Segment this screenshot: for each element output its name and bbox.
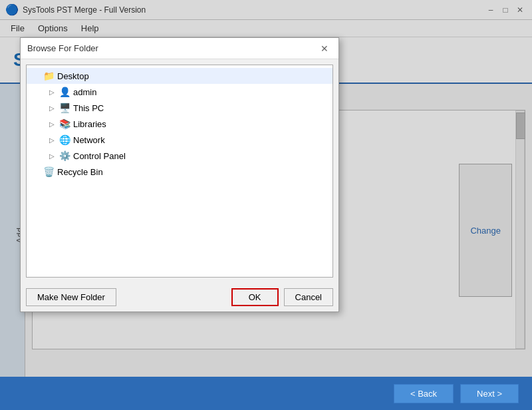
libraries-label: Libraries (73, 119, 106, 129)
tree-item-admin[interactable]: ▷ 👤 admin (27, 84, 332, 100)
dialog-body: 📁 Desktop ▷ 👤 admin ▷ 🖥️ (21, 59, 338, 283)
next-button[interactable]: Next > (460, 384, 519, 403)
back-button[interactable]: < Back (394, 384, 454, 403)
thispc-label: This PC (73, 103, 104, 113)
libraries-icon: 📚 (59, 118, 70, 129)
network-icon: 🌐 (59, 134, 70, 145)
make-new-folder-button[interactable]: Make New Folder (26, 288, 116, 306)
admin-chevron: ▷ (47, 87, 57, 97)
tree-item-controlpanel[interactable]: ▷ ⚙️ Control Panel (27, 148, 332, 164)
dialog-footer: Make New Folder OK Cancel (21, 283, 338, 311)
admin-label: admin (73, 87, 96, 97)
tree-item-recyclebin[interactable]: 🗑️ Recycle Bin (27, 164, 332, 180)
admin-icon: 👤 (59, 87, 70, 97)
recyclebin-label: Recycle Bin (57, 167, 103, 177)
libraries-chevron: ▷ (47, 118, 57, 129)
browse-folder-dialog: Browse For Folder ✕ 📁 Desktop ▷ (20, 37, 339, 312)
folder-tree[interactable]: 📁 Desktop ▷ 👤 admin ▷ 🖥️ (26, 65, 333, 278)
network-chevron: ▷ (47, 134, 57, 145)
network-label: Network (73, 135, 105, 145)
thispc-icon: 🖥️ (59, 102, 70, 113)
tree-item-libraries[interactable]: ▷ 📚 Libraries (27, 116, 332, 132)
app-window: 🔵 SysTools PST Merge - Full Version – □ … (0, 0, 532, 410)
tree-item-desktop[interactable]: 📁 Desktop (27, 68, 332, 84)
tree-item-thispc[interactable]: ▷ 🖥️ This PC (27, 100, 332, 116)
controlpanel-chevron: ▷ (47, 150, 57, 161)
tree-item-network[interactable]: ▷ 🌐 Network (27, 132, 332, 148)
dialog-title-bar: Browse For Folder ✕ (21, 38, 338, 59)
bottom-bar: < Back Next > (0, 377, 532, 410)
thispc-chevron: ▷ (47, 102, 57, 113)
cancel-button[interactable]: Cancel (284, 288, 333, 306)
desktop-chevron (31, 71, 41, 81)
recyclebin-icon: 🗑️ (43, 166, 55, 177)
dialog-title: Browse For Folder (27, 43, 98, 53)
modal-overlay: Browse For Folder ✕ 📁 Desktop ▷ (0, 0, 532, 377)
desktop-label: Desktop (57, 71, 89, 81)
controlpanel-icon: ⚙️ (59, 150, 70, 161)
ok-button[interactable]: OK (231, 288, 279, 306)
dialog-close-button[interactable]: ✕ (317, 41, 332, 56)
dialog-btn-group: OK Cancel (231, 288, 333, 306)
controlpanel-label: Control Panel (73, 151, 126, 161)
recyclebin-chevron (31, 166, 41, 177)
desktop-icon: 📁 (43, 71, 55, 81)
